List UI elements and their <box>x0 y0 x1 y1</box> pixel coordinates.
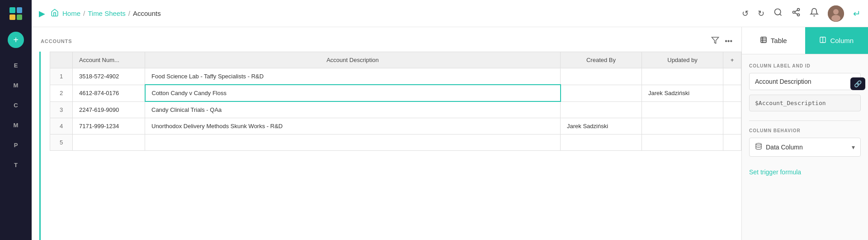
cell-account-desc-4[interactable]: Unorthodox Delivery Methods Skunk Works … <box>145 118 561 134</box>
cell-created-by-1[interactable] <box>561 68 642 85</box>
home-icon <box>51 9 59 19</box>
column-label-input[interactable] <box>749 73 861 90</box>
row-num-4: 4 <box>50 118 73 134</box>
table-row: 1 3518-572-4902 Food Science Lab - Taffy… <box>50 68 741 85</box>
cell-created-by-5[interactable] <box>561 134 642 151</box>
notifications-icon[interactable] <box>810 8 819 19</box>
breadcrumb-sep2: / <box>128 10 130 17</box>
data-table: Account Num... Account Description Creat… <box>50 52 741 151</box>
table-row: 4 7171-999-1234 Unorthodox Delivery Meth… <box>50 118 741 134</box>
avatar[interactable] <box>828 5 844 22</box>
add-button[interactable]: + <box>8 32 24 48</box>
column-id-field: $Account_Description <box>749 95 861 111</box>
table-area: ACCOUNTS ••• Account Num... <box>32 27 741 240</box>
app-logo <box>0 0 32 27</box>
sidebar-item-p[interactable]: P <box>8 137 24 153</box>
column-label-wrap: 🔗 <box>749 73 861 95</box>
cell-account-num-3[interactable]: 2247-619-9090 <box>73 101 145 118</box>
behavior-dropdown-label: Data Column <box>766 144 803 151</box>
enter-app-icon[interactable]: ↵ <box>853 8 861 19</box>
cell-account-desc-2[interactable]: Cotton Candy v Candy Floss <box>145 85 561 101</box>
cell-account-desc-1[interactable]: Food Science Lab - Taffy Specialists - R… <box>145 68 561 85</box>
breadcrumb: Home / Time Sheets / Accounts <box>62 10 161 17</box>
nav-actions: ↺ ↻ <box>742 5 861 22</box>
data-table-wrapper: Account Num... Account Description Creat… <box>39 52 741 240</box>
col-header-account-num[interactable]: Account Num... <box>73 52 145 68</box>
breadcrumb-timesheets[interactable]: Time Sheets <box>88 10 126 17</box>
svg-marker-10 <box>712 37 719 43</box>
cell-add-2 <box>723 85 741 101</box>
svg-line-5 <box>795 13 797 14</box>
table-actions: ••• <box>711 36 732 46</box>
svg-point-3 <box>793 11 795 14</box>
right-panel-content: COLUMN LABEL AND ID 🔗 $Account_Descripti… <box>742 54 868 240</box>
svg-line-6 <box>795 10 797 11</box>
col-header-num <box>50 52 73 68</box>
set-trigger-formula-link[interactable]: Set trigger formula <box>749 168 801 176</box>
sidebar-item-c[interactable]: C <box>8 97 24 113</box>
nav-left: ▶ Home / Time Sheets / Accounts <box>39 9 742 19</box>
sidebar-item-m1[interactable]: M <box>8 77 24 93</box>
svg-point-17 <box>756 143 761 145</box>
cell-updated-by-4[interactable] <box>642 118 723 134</box>
filter-icon[interactable] <box>711 36 719 46</box>
sidebar-item-t[interactable]: T <box>8 157 24 173</box>
col-header-created-by[interactable]: Created By <box>561 52 642 68</box>
link-icon[interactable]: 🔗 <box>850 77 865 90</box>
table-row: 3 2247-619-9090 Candy Clinical Trials - … <box>50 101 741 118</box>
cell-updated-by-2[interactable]: Jarek Sadziński <box>642 85 723 101</box>
row-num-2: 2 <box>50 85 73 101</box>
col-header-updated-by[interactable]: Updated by <box>642 52 723 68</box>
behavior-section-label: COLUMN BEHAVIOR <box>749 128 861 133</box>
svg-point-9 <box>831 15 840 21</box>
data-column-icon <box>755 143 762 152</box>
sidebar-item-e[interactable]: E <box>8 57 24 73</box>
sidebar: + E M C M P T <box>0 0 32 240</box>
row-num-5: 5 <box>50 134 73 151</box>
cell-updated-by-1[interactable] <box>642 68 723 85</box>
cell-add-5 <box>723 134 741 151</box>
cell-add-1 <box>723 68 741 85</box>
cell-account-desc-3[interactable]: Candy Clinical Trials - QAa <box>145 101 561 118</box>
tab-table[interactable]: Table <box>742 27 805 54</box>
tab-table-label: Table <box>771 37 787 44</box>
add-column-button[interactable]: + <box>723 52 741 68</box>
search-icon[interactable] <box>774 8 783 19</box>
right-panel-tabs: Table Column <box>742 27 868 54</box>
cell-updated-by-5[interactable] <box>642 134 723 151</box>
row-num-3: 3 <box>50 101 73 118</box>
breadcrumb-home[interactable]: Home <box>62 10 80 17</box>
cell-updated-by-3[interactable] <box>642 101 723 118</box>
main-content: ▶ Home / Time Sheets / Accounts ↺ ↻ <box>32 0 868 240</box>
share-icon[interactable] <box>792 8 801 19</box>
cell-account-num-2[interactable]: 4612-874-0176 <box>73 85 145 101</box>
cell-account-num-1[interactable]: 3518-572-4902 <box>73 68 145 85</box>
behavior-dropdown-icon-wrap: Data Column <box>755 143 803 152</box>
redo-icon[interactable]: ↻ <box>758 9 764 19</box>
cell-created-by-4[interactable]: Jarek Sadziński <box>561 118 642 134</box>
cell-account-num-5[interactable] <box>73 134 145 151</box>
row-num-1: 1 <box>50 68 73 85</box>
undo-icon[interactable]: ↺ <box>742 9 749 19</box>
table-tab-icon <box>760 36 767 45</box>
breadcrumb-sep1: / <box>83 10 85 17</box>
cell-created-by-3[interactable] <box>561 101 642 118</box>
table-row: 5 <box>50 134 741 151</box>
cell-account-desc-5[interactable] <box>145 134 561 151</box>
behavior-dropdown[interactable]: Data Column ▾ <box>749 138 861 157</box>
panel-divider <box>749 120 861 121</box>
sidebar-item-m2[interactable]: M <box>8 117 24 133</box>
svg-line-1 <box>780 14 782 16</box>
col-header-account-desc[interactable]: Account Description <box>145 52 561 68</box>
tab-column[interactable]: Column <box>805 27 868 54</box>
table-title: ACCOUNTS <box>41 38 72 44</box>
tab-column-label: Column <box>830 37 854 44</box>
cell-account-num-4[interactable]: 7171-999-1234 <box>73 118 145 134</box>
chevron-down-icon: ▾ <box>852 144 855 151</box>
more-options-icon[interactable]: ••• <box>725 37 732 45</box>
cell-add-4 <box>723 118 741 134</box>
breadcrumb-current: Accounts <box>133 10 161 17</box>
column-tab-icon <box>819 36 826 45</box>
collapse-sidebar-icon[interactable]: ▶ <box>39 9 45 19</box>
cell-created-by-2[interactable] <box>561 85 642 101</box>
